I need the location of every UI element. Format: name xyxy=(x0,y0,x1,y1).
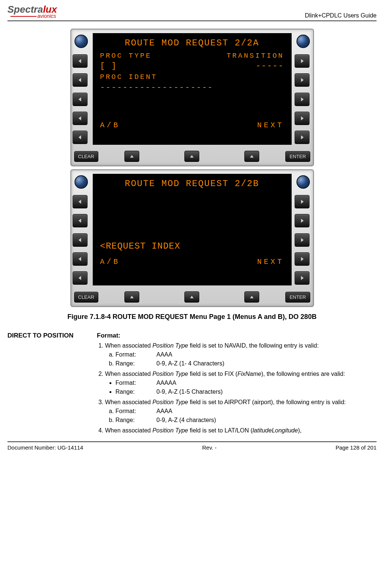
section-sidehead: DIRECT TO POSITION xyxy=(7,332,89,339)
proc-type-label: PROC TYPE xyxy=(100,51,152,61)
right-keys-b xyxy=(293,170,313,289)
logo: Spectralux avionics xyxy=(7,4,57,19)
right-keys-a xyxy=(293,29,313,148)
list-item-1a: Format:AAAA xyxy=(115,351,377,358)
list-item-2a: Format:AAAAA xyxy=(115,380,377,386)
list-item-2: When associated Position Type field is s… xyxy=(105,371,377,395)
lsk-l2b[interactable] xyxy=(73,214,88,227)
lsk-r2[interactable] xyxy=(295,73,310,87)
up-key-b1[interactable] xyxy=(124,291,139,303)
lsk-r1b[interactable] xyxy=(295,195,310,208)
lsk-r5b[interactable] xyxy=(295,271,310,285)
list-item-2b: Range:0-9, A-Z (1-5 Characters) xyxy=(115,389,377,395)
enter-button-a[interactable]: ENTER xyxy=(285,151,310,162)
list-item-4: When associated Position Type field is s… xyxy=(105,427,377,434)
up-key-a1[interactable] xyxy=(124,151,139,162)
proc-type-field[interactable]: [ ] xyxy=(100,61,117,72)
soft-ab-b[interactable]: A/B xyxy=(100,257,120,267)
lsk-r4b[interactable] xyxy=(295,252,310,266)
list-item-3a: Format:AAAA xyxy=(115,408,377,415)
lsk-l5[interactable] xyxy=(73,131,88,144)
lsk-r2b[interactable] xyxy=(295,214,310,227)
lsk-l2[interactable] xyxy=(73,73,88,87)
knob-icon[interactable] xyxy=(74,175,88,189)
up-key-b3[interactable] xyxy=(244,291,259,303)
enter-button-b[interactable]: ENTER xyxy=(285,292,310,303)
transition-label: TRANSITION xyxy=(226,51,284,61)
lsk-r3[interactable] xyxy=(295,93,310,106)
cdu-screen-a: ROUTE MOD REQUEST 2/2A PROC TYPE TRANSIT… xyxy=(93,33,292,145)
section-heading: Format: xyxy=(97,332,377,339)
page-footer: Document Number: UG-14114 Rev. - Page 12… xyxy=(7,441,377,451)
clear-button-b[interactable]: CLEAR xyxy=(74,292,98,303)
lsk-l1[interactable] xyxy=(73,54,88,68)
list-item-3: When associated Position Type field is s… xyxy=(105,399,377,424)
knob-icon[interactable] xyxy=(296,175,310,189)
footer-rev: Rev. - xyxy=(202,444,217,451)
footer-docnum: Document Number: UG-14114 xyxy=(7,444,83,451)
lsk-l4[interactable] xyxy=(73,112,88,125)
left-keys-a xyxy=(71,29,91,148)
figure-caption: Figure 7.1.8-4 ROUTE MOD REQUEST Menu Pa… xyxy=(7,313,377,321)
page-header: Spectralux avionics Dlink+CPDLC Users Gu… xyxy=(7,4,377,21)
cdu-device-b: ROUTE MOD REQUEST 2/2B <REQUEST INDEX A/… xyxy=(70,169,314,307)
cdu-device-a: ROUTE MOD REQUEST 2/2A PROC TYPE TRANSIT… xyxy=(70,29,314,166)
proc-ident-label: PROC IDENT xyxy=(100,72,284,82)
up-key-a3[interactable] xyxy=(244,151,259,162)
document-title: Dlink+CPDLC Users Guide xyxy=(305,12,377,19)
logo-subtitle: avionics xyxy=(37,13,56,19)
lsk-l5b[interactable] xyxy=(73,271,88,285)
screen-title-a: ROUTE MOD REQUEST 2/2A xyxy=(100,37,284,49)
up-key-a2[interactable] xyxy=(184,151,199,162)
clear-button-a[interactable]: CLEAR xyxy=(74,151,98,162)
lsk-l3b[interactable] xyxy=(73,233,88,247)
soft-next-a[interactable]: NEXT xyxy=(257,120,284,131)
soft-ab-a[interactable]: A/B xyxy=(100,120,120,131)
request-index-prompt[interactable]: <REQUEST INDEX xyxy=(100,240,284,253)
lsk-r3b[interactable] xyxy=(295,233,310,247)
lsk-l3[interactable] xyxy=(73,93,88,106)
proc-ident-field[interactable]: -------------------- xyxy=(100,82,284,94)
up-key-b2[interactable] xyxy=(184,291,199,303)
knob-icon[interactable] xyxy=(296,35,310,48)
left-keys-b xyxy=(71,170,91,289)
screen-title-b: ROUTE MOD REQUEST 2/2B xyxy=(100,178,284,190)
soft-next-b[interactable]: NEXT xyxy=(257,257,284,267)
knob-icon[interactable] xyxy=(74,35,88,48)
lsk-r5[interactable] xyxy=(295,131,310,144)
lsk-r1[interactable] xyxy=(295,54,310,68)
lsk-l1b[interactable] xyxy=(73,195,88,208)
list-item-3b: Range:0-9, A-Z (4 characters) xyxy=(115,417,377,424)
transition-field[interactable]: ----- xyxy=(256,61,284,72)
cdu-screen-b: ROUTE MOD REQUEST 2/2B <REQUEST INDEX A/… xyxy=(93,174,292,285)
list-item-1: When associated Position Type field is s… xyxy=(105,342,377,367)
footer-page: Page 128 of 201 xyxy=(336,444,377,451)
lsk-l4b[interactable] xyxy=(73,252,88,266)
lsk-r4[interactable] xyxy=(295,112,310,125)
list-item-1b: Range:0-9, A-Z (1- 4 Characters) xyxy=(115,360,377,367)
